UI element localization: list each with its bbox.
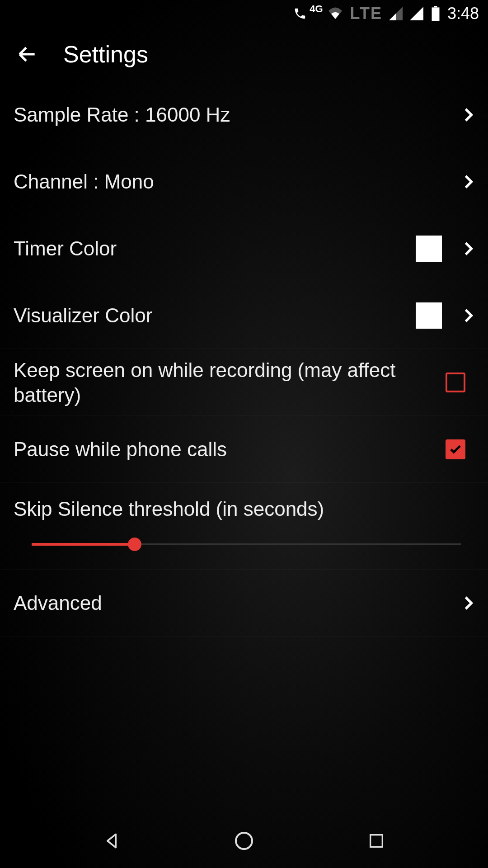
- setting-label: Visualizer Color: [14, 303, 416, 328]
- setting-label: Sample Rate : 16000 Hz: [14, 102, 463, 127]
- triangle-back-icon: [102, 831, 122, 851]
- color-swatch: [416, 302, 442, 329]
- back-button[interactable]: [14, 41, 41, 68]
- setting-sample-rate[interactable]: Sample Rate : 16000 Hz: [0, 81, 488, 148]
- battery-icon: [430, 6, 441, 21]
- settings-list: Sample Rate : 16000 Hz Channel : Mono Ti…: [0, 81, 488, 814]
- setting-label: Timer Color: [14, 236, 416, 261]
- chevron-right-icon: [463, 107, 474, 123]
- nav-recent-button[interactable]: [363, 827, 390, 854]
- setting-label: Keep screen on while recording (may affe…: [14, 358, 446, 407]
- status-bar: 4G LTE 3:48: [0, 0, 488, 27]
- color-swatch: [416, 236, 442, 262]
- nav-back-button[interactable]: [98, 827, 125, 854]
- slider[interactable]: [32, 538, 461, 551]
- setting-keep-screen-on[interactable]: Keep screen on while recording (may affe…: [0, 349, 488, 416]
- nav-home-button[interactable]: [230, 827, 258, 854]
- setting-label: Pause while phone calls: [14, 437, 446, 462]
- setting-advanced[interactable]: Advanced: [0, 570, 488, 637]
- chevron-right-icon: [463, 308, 474, 323]
- check-icon: [449, 443, 462, 456]
- arrow-left-icon: [16, 43, 38, 66]
- svg-rect-0: [434, 6, 437, 7]
- square-recent-icon: [367, 832, 385, 850]
- circle-home-icon: [233, 830, 255, 852]
- page-title: Settings: [63, 41, 148, 68]
- setting-label: Advanced: [14, 590, 463, 615]
- app-bar: Settings: [0, 27, 488, 81]
- slider-thumb[interactable]: [128, 538, 141, 551]
- setting-channel[interactable]: Channel : Mono: [0, 148, 488, 215]
- slider-fill: [32, 543, 135, 546]
- setting-timer-color[interactable]: Timer Color: [0, 215, 488, 282]
- setting-label: Skip Silence threshold (in seconds): [14, 496, 474, 521]
- lte-label: LTE: [350, 4, 382, 23]
- signal-icon-2: [409, 7, 424, 20]
- setting-visualizer-color[interactable]: Visualizer Color: [0, 282, 488, 349]
- chevron-right-icon: [463, 174, 474, 189]
- setting-skip-silence: Skip Silence threshold (in seconds): [0, 483, 488, 570]
- setting-pause-calls[interactable]: Pause while phone calls: [0, 416, 488, 483]
- chevron-right-icon: [463, 241, 474, 256]
- phone-4g-icon: 4G: [293, 7, 320, 20]
- checkbox[interactable]: [446, 439, 465, 459]
- svg-rect-1: [432, 7, 439, 21]
- checkbox[interactable]: [446, 373, 465, 392]
- signal-icon-1: [389, 7, 403, 20]
- svg-rect-3: [371, 835, 383, 847]
- navigation-bar: [0, 814, 488, 868]
- setting-label: Channel : Mono: [14, 169, 463, 194]
- wifi-icon: [327, 7, 344, 20]
- chevron-right-icon: [463, 595, 474, 611]
- svg-point-2: [236, 833, 252, 849]
- clock: 3:48: [447, 4, 479, 23]
